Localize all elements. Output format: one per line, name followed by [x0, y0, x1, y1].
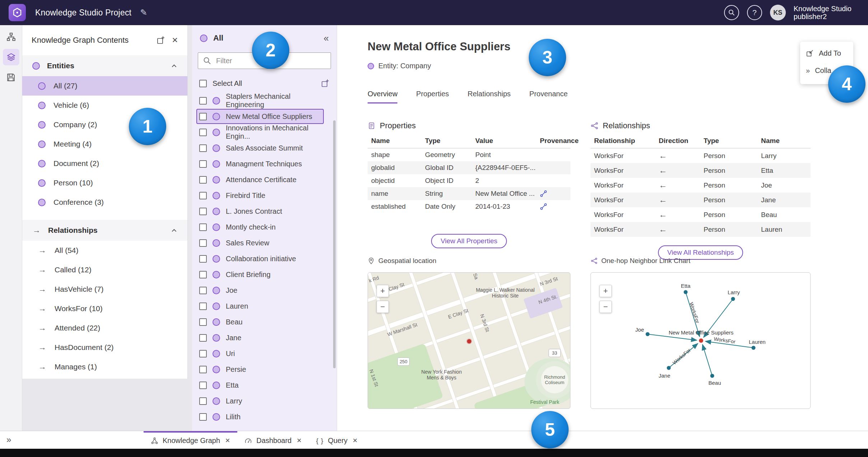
entities-item-all[interactable]: All (27): [22, 76, 187, 96]
entities-section-header[interactable]: Entities: [22, 55, 187, 76]
list-item-selected[interactable]: New Metal Office Suppliers: [192, 109, 337, 124]
avatar[interactable]: KS: [770, 5, 786, 20]
tab-query[interactable]: { } Query ✕: [309, 431, 365, 449]
item-checkbox[interactable]: [199, 113, 207, 120]
list-item[interactable]: Persie: [192, 361, 337, 377]
item-checkbox[interactable]: [199, 160, 207, 168]
item-checkbox[interactable]: [199, 208, 207, 215]
list-item[interactable]: Uri: [192, 346, 337, 361]
provenance-icon[interactable]: [540, 190, 547, 197]
item-checkbox[interactable]: [199, 255, 207, 263]
list-item[interactable]: Sales Review: [192, 235, 337, 251]
relationships-item-hasvehicle[interactable]: → HasVehicle (7): [22, 280, 187, 299]
item-checkbox[interactable]: [199, 176, 207, 184]
item-checkbox[interactable]: [199, 239, 207, 247]
view-all-properties-button[interactable]: View All Properties: [431, 234, 507, 248]
list-item[interactable]: Innovations in Mechanical Engin...: [192, 124, 337, 140]
select-all-checkbox[interactable]: [199, 80, 207, 87]
item-checkbox[interactable]: [199, 271, 207, 278]
new-item-icon[interactable]: [321, 79, 330, 88]
list-item[interactable]: L. Jones Contract: [192, 203, 337, 219]
scrollbar-thumb[interactable]: [333, 120, 336, 368]
item-checkbox[interactable]: [199, 97, 207, 105]
item-checkbox[interactable]: [199, 223, 207, 231]
item-checkbox[interactable]: [199, 366, 207, 373]
chevron-up-icon[interactable]: [171, 228, 177, 233]
list-item[interactable]: Larry: [192, 393, 337, 409]
zoom-in-button[interactable]: +: [599, 285, 612, 297]
tab-relationships[interactable]: Relationships: [468, 90, 511, 103]
edit-title-icon[interactable]: ✎: [140, 8, 147, 18]
close-panel-icon[interactable]: ✕: [172, 36, 178, 45]
close-tab-icon[interactable]: ✕: [353, 437, 358, 444]
graph-node[interactable]: [752, 346, 756, 350]
relationships-item-called[interactable]: → Called (12): [22, 260, 187, 280]
graph-node[interactable]: [667, 366, 671, 370]
list-item[interactable]: Staplers Mechanical Engineering: [192, 93, 337, 109]
collapse-panel-icon[interactable]: «: [324, 33, 329, 44]
list-item[interactable]: Collaboration initiative: [192, 251, 337, 267]
map-panel[interactable]: Richmond Coliseum k Rd W Clay St Sa N 3r…: [368, 272, 570, 409]
search-button[interactable]: [724, 5, 739, 20]
graph-node[interactable]: [710, 374, 714, 378]
list-item[interactable]: Etta: [192, 377, 337, 393]
list-item[interactable]: Lauren: [192, 298, 337, 314]
item-checkbox[interactable]: [199, 413, 207, 421]
item-checkbox[interactable]: [199, 334, 207, 342]
relationships-item-all[interactable]: → All (54): [22, 241, 187, 260]
entities-item-conference[interactable]: Conference (3): [22, 193, 187, 212]
list-item[interactable]: Client Briefing: [192, 267, 337, 282]
data-model-button[interactable]: [3, 29, 19, 45]
close-tab-icon[interactable]: ✕: [225, 437, 230, 444]
graph-center-node[interactable]: [699, 338, 703, 343]
item-checkbox[interactable]: [199, 350, 207, 357]
item-checkbox[interactable]: [199, 129, 207, 136]
item-checkbox[interactable]: [199, 318, 207, 326]
zoom-out-button[interactable]: −: [377, 301, 389, 313]
graph-node[interactable]: [646, 332, 650, 336]
list-item[interactable]: Joe: [192, 282, 337, 298]
tab-overview[interactable]: Overview: [368, 90, 397, 103]
item-checkbox[interactable]: [199, 287, 207, 294]
relationships-item-worksfor[interactable]: → WorksFor (10): [22, 299, 187, 318]
graph-node[interactable]: [684, 290, 688, 294]
item-checkbox[interactable]: [199, 382, 207, 389]
zoom-in-button[interactable]: +: [377, 285, 389, 297]
relationships-item-attended[interactable]: → Attended (22): [22, 318, 187, 338]
expand-rail-icon[interactable]: »: [6, 435, 11, 445]
entities-item-person[interactable]: Person (10): [22, 173, 187, 193]
entities-item-vehicle[interactable]: Vehicle (6): [22, 96, 187, 115]
entities-item-document[interactable]: Document (2): [22, 154, 187, 173]
item-checkbox[interactable]: [199, 397, 207, 405]
item-checkbox[interactable]: [199, 303, 207, 310]
item-checkbox[interactable]: [199, 144, 207, 152]
layers-button[interactable]: [3, 49, 19, 65]
app-logo-icon[interactable]: [9, 4, 26, 21]
list-item[interactable]: Montly check-in: [192, 219, 337, 235]
chevron-up-icon[interactable]: [171, 63, 177, 68]
list-item[interactable]: Sales Associate Summit: [192, 140, 337, 156]
list-item[interactable]: Beau: [192, 314, 337, 330]
list-item[interactable]: Lilith: [192, 409, 337, 425]
provenance-icon[interactable]: [540, 203, 547, 210]
list-item[interactable]: Managment Techniques: [192, 156, 337, 172]
relationships-item-manages[interactable]: → Manages (1): [22, 357, 187, 377]
tab-properties[interactable]: Properties: [416, 90, 449, 103]
list-item[interactable]: Jane: [192, 330, 337, 346]
zoom-out-button[interactable]: −: [599, 301, 612, 313]
relationships-item-hasdocument[interactable]: → HasDocument (2): [22, 338, 187, 357]
tab-dashboard[interactable]: Dashboard ✕: [237, 431, 309, 449]
link-chart-panel[interactable]: + − WorksFor WorksFor WorksFor: [591, 272, 811, 409]
close-tab-icon[interactable]: ✕: [297, 437, 302, 444]
help-button[interactable]: ?: [747, 5, 762, 20]
list-item[interactable]: Firebird Title: [192, 188, 337, 203]
tab-knowledge-graph[interactable]: Knowledge Graph ✕: [144, 431, 237, 449]
add-to-button[interactable]: Add To: [800, 45, 853, 62]
item-checkbox[interactable]: [199, 192, 207, 199]
list-item[interactable]: Attendance Certificate: [192, 172, 337, 188]
relationships-section-header[interactable]: → Relationships: [22, 220, 187, 241]
new-item-icon[interactable]: [157, 36, 165, 45]
save-button[interactable]: [3, 69, 19, 86]
tab-provenance[interactable]: Provenance: [529, 90, 568, 103]
graph-node[interactable]: [731, 297, 735, 301]
